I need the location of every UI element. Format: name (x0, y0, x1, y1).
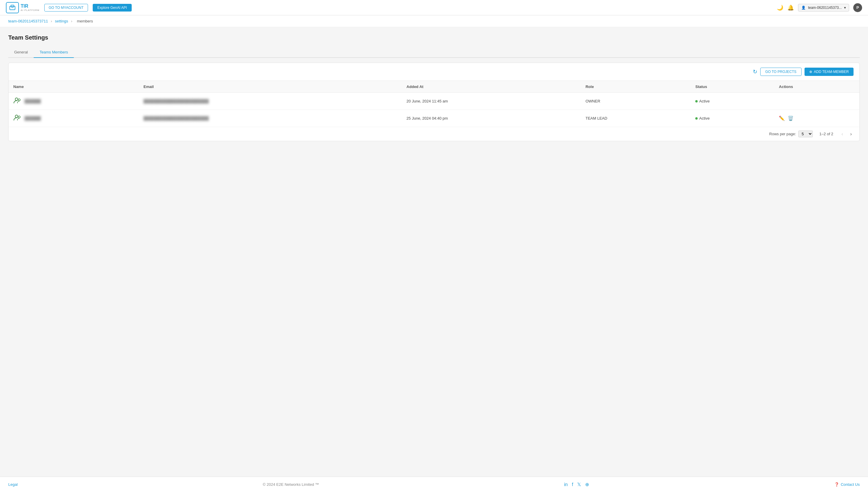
member-avatar-icon (13, 97, 22, 105)
svg-point-6 (18, 116, 20, 118)
col-added-at: Added At (402, 81, 581, 93)
member-email: ████████████████████████ (139, 93, 402, 110)
logo: TIR AI PLATFORM (6, 2, 40, 13)
team-selector-label: team-06201145373... (808, 6, 842, 10)
next-page-button[interactable]: › (848, 131, 853, 137)
pagination: Rows per page: 5 10 25 1–2 of 2 ‹ › (8, 127, 860, 141)
status-label: Active (699, 116, 710, 121)
member-email: ████████████████████████ (139, 110, 402, 127)
table-row: ██████ ████████████████████████20 June, … (8, 93, 860, 110)
member-avatar-icon (13, 114, 22, 123)
tab-general[interactable]: General (8, 47, 34, 58)
breadcrumb-separator-1: › (51, 19, 52, 23)
member-name: ██████ (25, 99, 41, 103)
page-title: Team Settings (8, 34, 860, 41)
members-card: ↻ GO TO PROJECTS ⊕ ADD TEAM-MEMBER Name … (8, 63, 860, 141)
notifications-button[interactable]: 🔔 (787, 4, 794, 11)
status-dot (695, 117, 698, 120)
header-left: TIR AI PLATFORM GO TO MYACCOUNT Explore … (6, 2, 132, 13)
tab-teams-members[interactable]: Teams Members (34, 47, 74, 58)
svg-point-4 (18, 99, 20, 101)
col-status: Status (691, 81, 774, 93)
page-info: 1–2 of 2 (819, 132, 833, 136)
avatar: P (853, 3, 862, 12)
status-dot (695, 100, 698, 102)
plus-icon: ⊕ (809, 70, 812, 74)
col-actions: Actions (774, 81, 860, 93)
svg-point-3 (15, 98, 18, 101)
add-team-member-button[interactable]: ⊕ ADD TEAM-MEMBER (805, 68, 853, 76)
member-name-cell: ██████ (8, 110, 139, 127)
card-toolbar: ↻ GO TO PROJECTS ⊕ ADD TEAM-MEMBER (8, 63, 860, 81)
member-role: OWNER (581, 93, 691, 110)
breadcrumb-current: members (77, 19, 93, 23)
table-header-row: Name Email Added At Role Status Actions (8, 81, 860, 93)
member-status: Active (691, 93, 774, 110)
member-added-at: 20 June, 2024 11:45 am (402, 93, 581, 110)
breadcrumb: team-06201145373711 › settings › members (0, 15, 868, 27)
myaccount-button[interactable]: GO TO MYACCOUNT (44, 4, 88, 11)
member-status: Active (691, 110, 774, 127)
member-name: ██████ (25, 116, 41, 121)
refresh-button[interactable]: ↻ (753, 69, 757, 75)
breadcrumb-settings-link[interactable]: settings (55, 19, 68, 23)
members-table: Name Email Added At Role Status Actions (8, 81, 860, 127)
logo-icon (6, 2, 19, 13)
svg-point-5 (15, 115, 18, 118)
breadcrumb-team-link[interactable]: team-06201145373711 (8, 19, 48, 23)
col-email: Email (139, 81, 402, 93)
delete-member-button[interactable]: 🗑️ (788, 116, 794, 121)
prev-page-button[interactable]: ‹ (840, 131, 845, 137)
logo-text: TIR AI PLATFORM (21, 3, 40, 11)
col-name: Name (8, 81, 139, 93)
main-content: Team Settings General Teams Members ↻ GO… (0, 27, 868, 148)
rows-per-page-select[interactable]: 5 10 25 (798, 130, 813, 137)
team-selector[interactable]: 👤 team-06201145373... ▾ (798, 4, 849, 11)
header-right: 🌙 🔔 👤 team-06201145373... ▾ P (777, 3, 862, 12)
member-actions: ✏️ 🗑️ (774, 110, 860, 127)
refresh-icon: ↻ (753, 69, 757, 75)
breadcrumb-separator-2: › (71, 19, 72, 23)
rows-per-page-control: Rows per page: 5 10 25 (769, 130, 813, 137)
member-name-cell: ██████ (8, 93, 139, 110)
table-row: ██████ ████████████████████████25 June, … (8, 110, 860, 127)
header: TIR AI PLATFORM GO TO MYACCOUNT Explore … (0, 0, 868, 15)
col-role: Role (581, 81, 691, 93)
rows-per-page-label: Rows per page: (769, 132, 796, 136)
member-actions (774, 93, 860, 110)
chevron-down-icon: ▾ (844, 6, 846, 10)
member-role: TEAM LEAD (581, 110, 691, 127)
status-label: Active (699, 99, 710, 103)
team-selector-icon: 👤 (801, 6, 806, 10)
edit-member-button[interactable]: ✏️ (779, 116, 785, 121)
member-added-at: 25 June, 2024 04:40 pm (402, 110, 581, 127)
go-to-projects-button[interactable]: GO TO PROJECTS (760, 68, 801, 76)
svg-rect-2 (11, 7, 13, 8)
genai-button[interactable]: Explore GenAI API (93, 4, 132, 11)
tab-bar: General Teams Members (8, 47, 860, 58)
dark-mode-toggle[interactable]: 🌙 (777, 4, 783, 11)
